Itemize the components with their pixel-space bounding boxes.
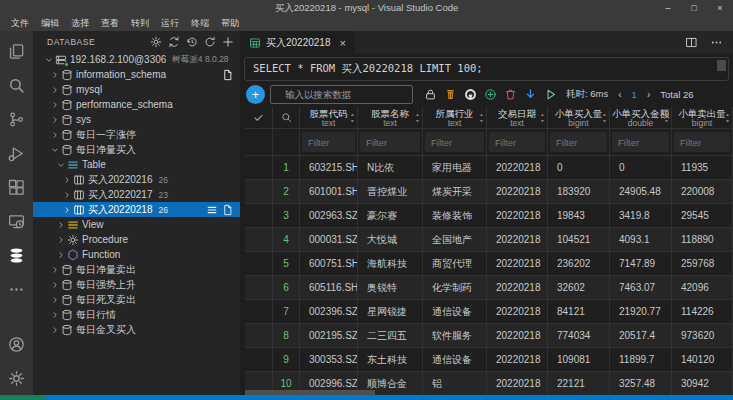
sort-icon[interactable] — [662, 112, 671, 124]
chevron-right-icon[interactable] — [55, 249, 66, 260]
data-cell[interactable]: 84121 — [548, 300, 610, 324]
new-file-icon[interactable] — [222, 69, 234, 81]
tree-item-schema-sicha-maichu[interactable]: 每日死叉卖出 — [33, 292, 240, 307]
run-debug-icon[interactable] — [0, 136, 33, 170]
column-header-6[interactable]: 小单买入金额double — [610, 107, 672, 129]
menu-item-file[interactable]: 文件 — [5, 17, 35, 30]
lock-icon[interactable] — [422, 87, 438, 103]
tree-item-table-20220218[interactable]: 买入2022021826 — [33, 202, 240, 217]
data-cell[interactable]: 19843 — [548, 204, 610, 228]
close-button[interactable]: × — [707, 0, 733, 16]
panel-refresh-icon[interactable] — [202, 34, 217, 49]
sort-icon[interactable] — [600, 112, 609, 124]
data-cell[interactable]: 通信设备 — [423, 300, 487, 324]
database-icon[interactable] — [0, 238, 33, 272]
data-cell[interactable]: 20220218 — [487, 348, 548, 372]
row-number[interactable]: 4 — [273, 228, 300, 252]
data-cell[interactable]: 化学制药 — [423, 276, 487, 300]
tree-item-server[interactable]: 192.168.2.100@3306树莓派4 8.0.28 — [33, 52, 240, 67]
chevron-right-icon[interactable] — [61, 204, 72, 215]
menu-item-selection[interactable]: 选择 — [65, 17, 95, 30]
data-cell[interactable]: 183920 — [548, 180, 610, 204]
row-checkbox-cell[interactable] — [245, 300, 273, 324]
tree-item-schema-jingliang-maichu[interactable]: 每日净量卖出 — [33, 262, 240, 277]
explorer-icon[interactable] — [0, 34, 33, 68]
row-number[interactable]: 6 — [273, 276, 300, 300]
chevron-right-icon[interactable] — [61, 189, 72, 200]
data-cell[interactable]: 601001.SH — [300, 180, 358, 204]
chevron-right-icon[interactable] — [49, 324, 60, 335]
data-cell[interactable]: 家用电器 — [423, 156, 487, 180]
new-file-icon[interactable] — [222, 204, 234, 216]
menu-item-terminal[interactable]: 终端 — [185, 17, 215, 30]
data-cell[interactable]: N比依 — [358, 156, 423, 180]
row-checkbox-cell[interactable] — [245, 252, 273, 276]
panel-sync-icon[interactable] — [166, 34, 181, 49]
github-icon[interactable] — [462, 87, 478, 103]
panel-add-connection-icon[interactable] — [220, 34, 235, 49]
filter-input[interactable]: Filter — [674, 132, 730, 152]
data-cell[interactable]: 4093.1 — [610, 228, 672, 252]
tab-buy-20220218[interactable]: 买入20220218 × — [240, 31, 355, 54]
editor-more-actions-icon[interactable] — [708, 35, 724, 51]
data-cell[interactable]: 259768 — [672, 252, 733, 276]
data-cell[interactable]: 20220218 — [487, 324, 548, 348]
column-search-button[interactable] — [273, 107, 300, 129]
tree-item-schema-jincha-mairu[interactable]: 每日金叉买入 — [33, 322, 240, 337]
export-download-icon[interactable] — [522, 87, 538, 103]
data-cell[interactable]: 二三四五 — [358, 324, 423, 348]
settings-gear-icon[interactable] — [0, 361, 33, 395]
data-cell[interactable]: 22121 — [548, 372, 610, 395]
panel-history-icon[interactable] — [184, 34, 199, 49]
extensions-icon[interactable] — [0, 170, 33, 204]
data-cell[interactable]: 7147.89 — [610, 252, 672, 276]
data-cell[interactable]: 奥锐特 — [358, 276, 423, 300]
minimize-button[interactable]: – — [655, 0, 681, 16]
filter-input[interactable]: Filter — [360, 132, 420, 152]
data-cell[interactable]: 11935 — [672, 156, 733, 180]
tree-item-table-20220216[interactable]: 买入2022021626 — [33, 172, 240, 187]
data-cell[interactable]: 29545 — [672, 204, 733, 228]
data-cell[interactable]: 24905.48 — [610, 180, 672, 204]
sort-icon[interactable] — [477, 112, 486, 124]
data-cell[interactable]: 煤炭开采 — [423, 180, 487, 204]
select-all-checkbox[interactable] — [245, 107, 273, 129]
data-cell[interactable]: 30942 — [672, 372, 733, 395]
data-cell[interactable]: 42096 — [672, 276, 733, 300]
data-cell[interactable]: 20517.4 — [610, 324, 672, 348]
row-checkbox-cell[interactable] — [245, 276, 273, 300]
sql-editor-scrollbar[interactable] — [717, 60, 726, 71]
sort-icon[interactable] — [413, 112, 422, 124]
account-icon[interactable] — [0, 327, 33, 361]
tree-item-table-20220217[interactable]: 买入2022021723 — [33, 187, 240, 202]
data-cell[interactable]: 118890 — [672, 228, 733, 252]
row-number[interactable]: 3 — [273, 204, 300, 228]
coffee-icon[interactable] — [442, 87, 458, 103]
chevron-right-icon[interactable] — [49, 114, 60, 125]
row-checkbox-cell[interactable] — [245, 348, 273, 372]
chevron-right-icon[interactable] — [55, 219, 66, 230]
chevron-right-icon[interactable] — [49, 84, 60, 95]
data-cell[interactable]: 装修装饰 — [423, 204, 487, 228]
menu-item-help[interactable]: 帮助 — [215, 17, 245, 30]
maximize-button[interactable]: □ — [681, 0, 707, 16]
data-cell[interactable]: 20220218 — [487, 300, 548, 324]
data-cell[interactable]: 000031.SZ — [300, 228, 358, 252]
column-header-2[interactable]: 股票名称text — [358, 107, 423, 129]
chevron-right-icon[interactable] — [55, 234, 66, 245]
tree-item-schema-hangqing[interactable]: 每日行情 — [33, 307, 240, 322]
chevron-right-icon[interactable] — [49, 129, 60, 140]
tree-item-sys[interactable]: sys — [33, 112, 240, 127]
data-cell[interactable]: 140120 — [672, 348, 733, 372]
data-cell[interactable]: 774034 — [548, 324, 610, 348]
panel-settings-icon[interactable] — [148, 34, 163, 49]
tree-item-schema-yizi-zhangting[interactable]: 每日一字涨停 — [33, 127, 240, 142]
tree-item-function-group[interactable]: Function — [33, 247, 240, 262]
data-cell[interactable]: 3257.48 — [610, 372, 672, 395]
sql-editor[interactable]: SELECT * FROM 买入20220218 LIMIT 100; — [244, 57, 729, 81]
data-cell[interactable]: 603215.SH — [300, 156, 358, 180]
data-cell[interactable]: 21920.77 — [610, 300, 672, 324]
row-checkbox-cell[interactable] — [245, 324, 273, 348]
data-cell[interactable]: 32602 — [548, 276, 610, 300]
data-cell[interactable]: 20220218 — [487, 372, 548, 395]
